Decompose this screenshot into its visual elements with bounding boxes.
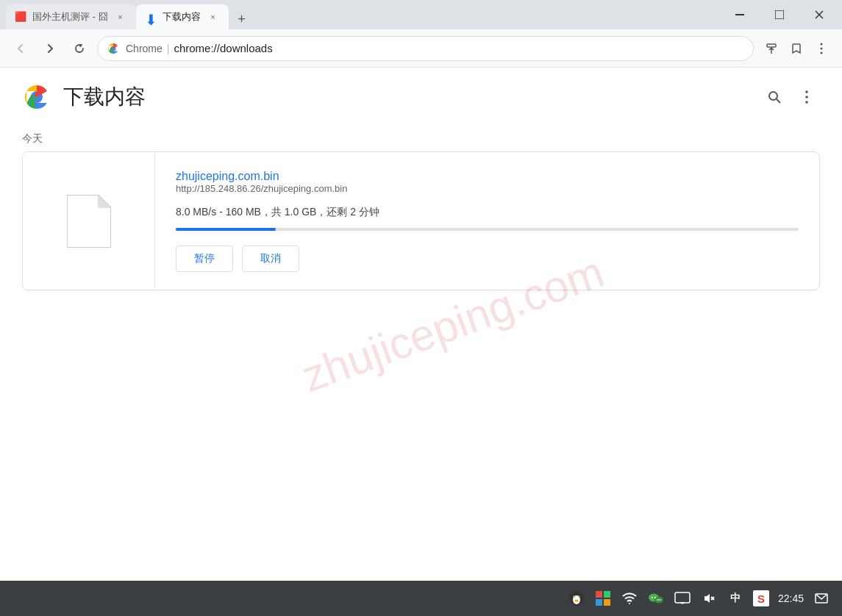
- file-icon: [67, 195, 111, 248]
- screen-icon[interactable]: [674, 590, 691, 607]
- svg-point-23: [574, 600, 578, 602]
- address-origin: Chrome: [126, 43, 163, 54]
- downloads-title-area: 下载内容: [22, 82, 146, 112]
- color-icon[interactable]: [594, 590, 612, 607]
- tab-2-close[interactable]: ×: [207, 10, 220, 24]
- lang-icon[interactable]: 中: [727, 590, 744, 607]
- tab-1-favicon: 🟥: [15, 11, 26, 23]
- svg-rect-35: [675, 592, 690, 603]
- svg-point-9: [821, 51, 823, 54]
- address-separator: |: [167, 43, 170, 54]
- forward-button[interactable]: [38, 37, 62, 60]
- cancel-button[interactable]: 取消: [242, 246, 299, 272]
- penguin-icon[interactable]: [568, 590, 585, 607]
- toolbar: Chrome | chrome://downloads: [0, 29, 842, 68]
- section-today-label: 今天: [0, 126, 842, 151]
- address-text: Chrome | chrome://downloads: [126, 42, 273, 54]
- pause-button[interactable]: 暂停: [176, 246, 233, 272]
- svg-point-14: [805, 90, 808, 93]
- svg-point-22: [579, 596, 579, 597]
- progress-bar-container: [176, 228, 799, 231]
- wechat-icon[interactable]: [647, 590, 665, 607]
- address-bar[interactable]: Chrome | chrome://downloads: [97, 36, 754, 61]
- svg-point-15: [805, 96, 808, 99]
- tab-1-close[interactable]: ×: [114, 10, 127, 24]
- bookmark-button[interactable]: [785, 37, 808, 60]
- downloads-header: 下载内容: [0, 68, 842, 126]
- svg-point-7: [821, 43, 823, 45]
- download-url: http://185.248.86.26/zhujiceping.com.bin: [176, 183, 799, 194]
- title-bar: 🟥 国外主机测评 - 囧 × ⬇ 下载内容 × +: [0, 0, 842, 29]
- ime-icon[interactable]: S: [753, 590, 769, 606]
- download-icon-area: [23, 152, 155, 290]
- svg-rect-26: [596, 599, 602, 606]
- wifi-icon[interactable]: [621, 590, 638, 607]
- window-controls: [723, 4, 836, 26]
- svg-point-21: [574, 596, 575, 597]
- maximize-button[interactable]: [763, 4, 796, 26]
- svg-point-8: [821, 47, 823, 49]
- svg-point-32: [654, 597, 656, 598]
- svg-rect-1: [775, 10, 784, 19]
- svg-rect-27: [604, 599, 610, 606]
- svg-point-31: [652, 597, 653, 598]
- svg-rect-24: [596, 591, 602, 598]
- page-content: zhujiceping.com 下载内容: [0, 68, 842, 581]
- chrome-icon: [107, 42, 120, 55]
- back-button[interactable]: [9, 37, 32, 60]
- notification-icon[interactable]: [813, 590, 830, 607]
- taskbar-time: 22:45: [778, 592, 804, 604]
- svg-rect-6: [767, 44, 776, 47]
- tab-2-title: 下载内容: [163, 10, 201, 24]
- svg-line-13: [777, 99, 780, 103]
- minimize-button[interactable]: [723, 4, 757, 26]
- progress-bar-fill: [176, 228, 276, 231]
- chrome-logo: [22, 82, 51, 112]
- close-button[interactable]: [802, 4, 836, 26]
- download-info: zhujiceping.com.bin http://185.248.86.26…: [155, 152, 819, 290]
- svg-point-12: [769, 92, 777, 100]
- download-stats: 8.0 MB/s - 160 MB，共 1.0 GB，还剩 2 分钟: [176, 206, 799, 219]
- tab-1-title: 国外主机测评 - 囧: [32, 10, 108, 24]
- download-filename[interactable]: zhujiceping.com.bin: [176, 170, 279, 182]
- browser-menu-button[interactable]: [810, 37, 833, 60]
- svg-rect-25: [604, 591, 610, 598]
- toolbar-actions: [760, 37, 833, 60]
- address-path: chrome://downloads: [174, 42, 272, 54]
- tabs-area: 🟥 国外主机测评 - 囧 × ⬇ 下载内容 × +: [6, 0, 723, 29]
- taskbar: 中 S 22:45: [0, 581, 842, 616]
- tab-1[interactable]: 🟥 国外主机测评 - 囧 ×: [6, 4, 136, 29]
- share-button[interactable]: [760, 37, 783, 60]
- more-button[interactable]: [793, 84, 820, 110]
- reload-button[interactable]: [68, 37, 91, 60]
- page-title: 下载内容: [63, 83, 146, 111]
- search-button[interactable]: [761, 84, 788, 110]
- new-tab-button[interactable]: +: [232, 9, 252, 29]
- volume-icon[interactable]: [700, 590, 718, 607]
- svg-point-28: [629, 603, 630, 604]
- download-actions: 暂停 取消: [176, 246, 799, 272]
- svg-point-34: [659, 599, 660, 601]
- download-card: zhujiceping.com.bin http://185.248.86.26…: [22, 151, 820, 290]
- svg-rect-0: [735, 14, 744, 15]
- tab-2-favicon: ⬇: [145, 11, 157, 23]
- svg-point-33: [657, 599, 658, 601]
- svg-point-16: [805, 101, 808, 104]
- tab-2[interactable]: ⬇ 下载内容 ×: [136, 4, 229, 29]
- header-actions: [761, 84, 820, 110]
